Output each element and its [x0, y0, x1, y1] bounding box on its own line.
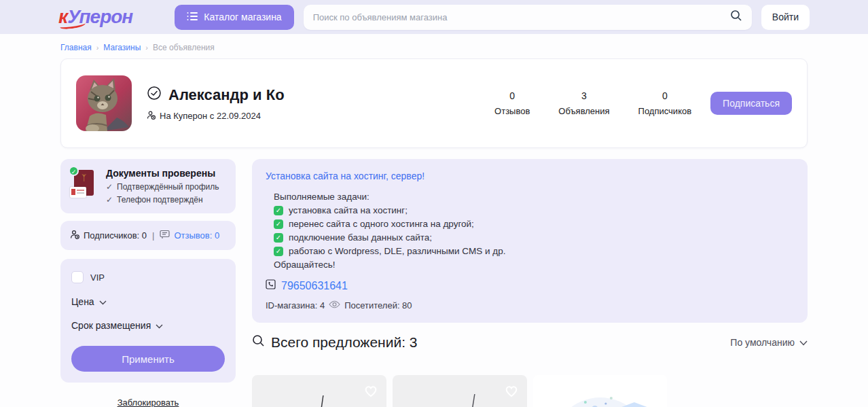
sort-dropdown[interactable]: По умолчанию	[730, 337, 808, 348]
site-logo[interactable]: кУперон	[58, 6, 132, 28]
phone-number-link[interactable]: 79650631641	[281, 280, 348, 292]
top-header: кУперон Каталог магазина Войти	[0, 0, 868, 34]
list-icon	[187, 12, 198, 23]
store-avatar[interactable]	[76, 75, 132, 131]
breadcrumb-separator: ›	[96, 43, 99, 52]
vip-label: VIP	[90, 272, 105, 283]
phone-row: 79650631641	[266, 279, 794, 292]
counter-divider: |	[152, 230, 154, 241]
search-bar	[304, 5, 752, 30]
stat-listings-value: 3	[558, 90, 609, 101]
block-store-link[interactable]: Заблокировать	[60, 397, 236, 407]
search-icon[interactable]	[730, 10, 742, 24]
task-item: ✓ установка сайта на хостинг;	[274, 205, 794, 216]
subscribers-icon	[70, 230, 79, 241]
stat-reviews-label: Отзывов	[494, 106, 530, 116]
reviews-count-link[interactable]: Отзывов: 0	[174, 230, 219, 241]
eye-icon	[329, 300, 340, 311]
store-since-text: На Куперон с 22.09.2024	[160, 111, 261, 121]
check-icon: ✓	[106, 195, 113, 205]
stat-subscribers-label: Подписчиков	[638, 106, 692, 116]
phone-icon	[266, 279, 276, 292]
subscribe-button[interactable]: Подписаться	[710, 92, 792, 115]
breadcrumb-link-shops[interactable]: Магазины	[103, 43, 141, 52]
search-input[interactable]	[313, 12, 730, 22]
documents-item-profile: ✓ Подтверждённый профиль	[106, 182, 219, 192]
vip-filter-row[interactable]: VIP	[71, 271, 225, 283]
store-stats: 0 Отзывов 3 Объявления 0 Подписчиков	[494, 90, 691, 116]
stat-listings: 3 Объявления	[558, 90, 609, 116]
listing-card-black-suv[interactable]	[252, 375, 386, 407]
store-action-links: Заблокировать Пожаловаться	[60, 397, 236, 407]
listing-card-white-hatchback[interactable]	[393, 375, 527, 407]
favorite-heart-icon[interactable]	[363, 383, 379, 399]
store-header-card: Александр и Ко На Куперон с 22.09.2024 0…	[60, 58, 808, 148]
favorite-heart-icon[interactable]	[643, 383, 659, 399]
breadcrumb: Главная › Магазины › Все объявления	[60, 34, 808, 58]
task-item: ✓ перенес сайта с одного хостинга на дру…	[274, 218, 794, 230]
description-outro: Обращайтесь!	[274, 259, 794, 270]
sidebar: ᛉ ✓ Документы проверены ✓ Подтверждённый…	[60, 159, 236, 407]
task-item: ✓ работаю с Wordpress, DLE, различными C…	[274, 245, 794, 257]
stat-subscribers: 0 Подписчиков	[638, 90, 692, 116]
stat-listings-label: Объявления	[558, 106, 609, 116]
green-check-icon: ✓	[274, 206, 283, 215]
description-intro: Выполняемые задачи:	[274, 191, 794, 202]
favorite-heart-icon[interactable]	[503, 383, 520, 399]
chevron-down-icon	[156, 320, 163, 331]
green-check-icon: ✓	[274, 247, 283, 256]
duration-filter-dropdown[interactable]: Срок размещения	[71, 320, 225, 331]
green-check-icon: ✓	[274, 233, 283, 243]
main-content: Установка сайта на хостинг, сервер! Выпо…	[252, 159, 808, 407]
passport-icon: ᛉ ✓	[70, 168, 97, 200]
store-meta-row: ID-магазина: 4 Посетителей: 80	[266, 300, 794, 311]
store-since-row: На Куперон с 22.09.2024	[147, 111, 285, 122]
chevron-down-icon	[99, 296, 107, 307]
breadcrumb-link-home[interactable]: Главная	[60, 43, 92, 52]
subscribers-count: Подписчиков: 0	[84, 230, 147, 241]
documents-title: Документы проверены	[106, 168, 219, 179]
reviews-icon	[160, 230, 170, 241]
stat-subscribers-value: 0	[638, 90, 692, 101]
price-filter-dropdown[interactable]: Цена	[71, 296, 225, 307]
login-button[interactable]: Войти	[761, 5, 810, 30]
breadcrumb-separator: ›	[145, 43, 148, 52]
catalog-button-label: Каталог магазина	[204, 12, 281, 22]
store-name: Александр и Ко	[168, 86, 285, 104]
verified-check-icon	[147, 86, 162, 105]
catalog-button[interactable]: Каталог магазина	[175, 5, 293, 30]
chevron-down-icon	[799, 337, 808, 348]
documents-item-phone: ✓ Телефон подтверждён	[106, 195, 219, 205]
documents-verified-card: ᛉ ✓ Документы проверены ✓ Подтверждённый…	[60, 159, 236, 213]
store-id: ID-магазина: 4	[266, 300, 325, 311]
listings-grid	[252, 375, 808, 407]
store-title-row: Александр и Ко	[147, 86, 285, 105]
counters-card: Подписчиков: 0 | Отзывов: 0	[60, 221, 236, 250]
apply-filters-button[interactable]: Применить	[71, 346, 225, 372]
green-check-icon: ✓	[274, 219, 283, 229]
vip-checkbox[interactable]	[71, 271, 84, 283]
visitors-count: Посетителей: 80	[344, 300, 412, 311]
description-title-link[interactable]: Установка сайта на хостинг, сервер!	[266, 171, 424, 181]
breadcrumb-current: Все объявления	[153, 43, 215, 52]
check-icon: ✓	[106, 182, 113, 192]
offers-heading: Всего предложений: 3	[271, 334, 418, 351]
task-item: ✓ подключение базы данных сайта;	[274, 232, 794, 243]
member-since-icon	[147, 111, 156, 122]
stat-reviews: 0 Отзывов	[494, 90, 530, 116]
listings-header: Всего предложений: 3 По умолчанию	[252, 334, 808, 351]
empty-grid-cell	[673, 375, 808, 407]
listing-card-hosting-service[interactable]	[533, 375, 668, 407]
offers-search-icon	[252, 334, 265, 351]
filters-card: VIP Цена Срок размещения Применить	[60, 259, 236, 383]
store-description-card: Установка сайта на хостинг, сервер! Выпо…	[252, 159, 808, 323]
stat-reviews-value: 0	[494, 90, 530, 101]
